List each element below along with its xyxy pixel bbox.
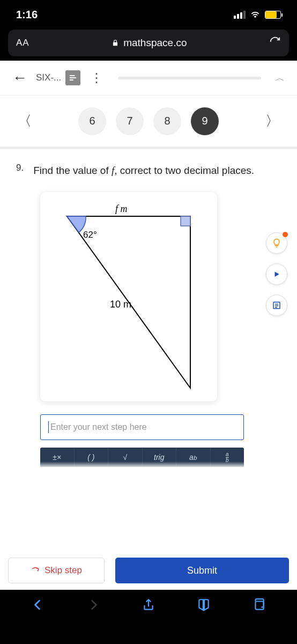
- progress-bar: [118, 77, 261, 79]
- hint-button[interactable]: [266, 232, 287, 254]
- signal-icon: [234, 11, 246, 19]
- question-nav-8[interactable]: 8: [153, 107, 181, 135]
- topic-icon[interactable]: [65, 70, 80, 85]
- topic-bar: ← SIX-... ⋮ ︿: [0, 61, 297, 96]
- keypad-root[interactable]: √: [108, 448, 143, 467]
- share-button[interactable]: [142, 598, 155, 614]
- svg-rect-2: [181, 216, 190, 226]
- question-text: Find the value of f, correct to two deci…: [33, 163, 254, 179]
- question-area: 9. Find the value of f, correct to two d…: [0, 149, 297, 467]
- question-nav-6[interactable]: 6: [78, 107, 106, 135]
- browser-back-button[interactable]: [31, 598, 45, 614]
- question-number: 9.: [16, 163, 24, 179]
- svg-rect-8: [255, 602, 263, 610]
- input-placeholder: Enter your next step here: [50, 422, 147, 432]
- worked-example-button[interactable]: [266, 295, 287, 316]
- more-options-button[interactable]: ⋮: [85, 70, 108, 85]
- keypad-ops[interactable]: ±×: [40, 448, 75, 467]
- svg-marker-3: [275, 272, 279, 276]
- wifi-icon: [250, 9, 261, 21]
- browser-forward-button[interactable]: [86, 598, 100, 614]
- top-side-label: f m: [115, 203, 128, 214]
- browser-toolbar: [0, 590, 297, 622]
- next-question-button[interactable]: 〉: [261, 107, 284, 135]
- submit-button[interactable]: Submit: [115, 558, 289, 583]
- prev-question-button[interactable]: 〈: [13, 107, 36, 135]
- collapse-button[interactable]: ︿: [271, 71, 289, 84]
- answer-input[interactable]: Enter your next step here: [40, 414, 244, 440]
- keypad-trig[interactable]: trig: [143, 448, 177, 467]
- svg-point-0: [255, 16, 256, 17]
- triangle-diagram: 62° f m 10 m: [40, 192, 217, 401]
- question-nav-7[interactable]: 7: [116, 107, 144, 135]
- refresh-button[interactable]: [269, 36, 281, 50]
- tabs-button[interactable]: [252, 598, 266, 614]
- url-text: mathspace.co: [123, 37, 187, 49]
- keypad-parens[interactable]: ( ): [75, 448, 109, 467]
- question-navigator: 〈 6 7 8 9 〉: [0, 96, 297, 149]
- side-tools: [266, 232, 287, 316]
- text-size-button[interactable]: AA: [16, 38, 29, 48]
- status-bar: 1:16: [0, 0, 297, 30]
- keypad-frac[interactable]: ab: [211, 448, 244, 467]
- keypad-power[interactable]: ab: [176, 448, 211, 467]
- back-button[interactable]: ←: [8, 69, 32, 86]
- skip-step-button[interactable]: Skip step: [8, 558, 105, 583]
- question-nav-9[interactable]: 9: [191, 107, 219, 135]
- action-bar: Skip step Submit: [8, 552, 289, 583]
- video-button[interactable]: [266, 264, 287, 285]
- battery-icon: [265, 11, 281, 19]
- topic-name[interactable]: SIX-...: [36, 72, 61, 83]
- page-content: ← SIX-... ⋮ ︿ 〈 6 7 8 9 〉 9. Find the va…: [0, 61, 297, 590]
- lock-icon: [112, 39, 119, 47]
- bookmarks-button[interactable]: [197, 598, 211, 614]
- url-display[interactable]: mathspace.co: [38, 37, 261, 49]
- status-time: 1:16: [16, 9, 38, 21]
- status-indicators: [234, 9, 281, 21]
- url-bar[interactable]: AA mathspace.co: [8, 30, 289, 56]
- math-keypad[interactable]: ±× ( ) √ trig ab ab: [40, 448, 244, 467]
- angle-label: 62°: [83, 230, 97, 240]
- hypotenuse-label: 10 m: [110, 299, 131, 310]
